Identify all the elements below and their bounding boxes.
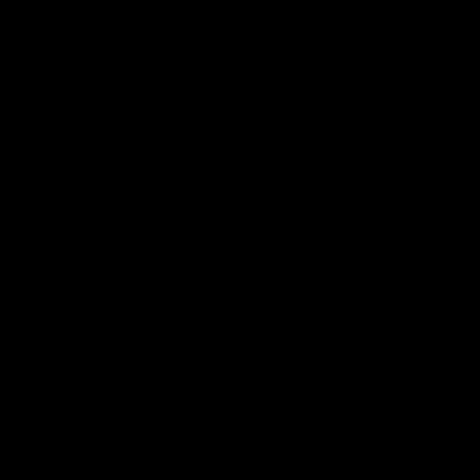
heatmap-canvas bbox=[24, 18, 464, 458]
marker-point bbox=[21, 456, 27, 461]
heatmap-plot bbox=[24, 18, 464, 458]
crosshair-horizontal bbox=[24, 458, 464, 459]
crosshair-vertical bbox=[24, 18, 24, 458]
